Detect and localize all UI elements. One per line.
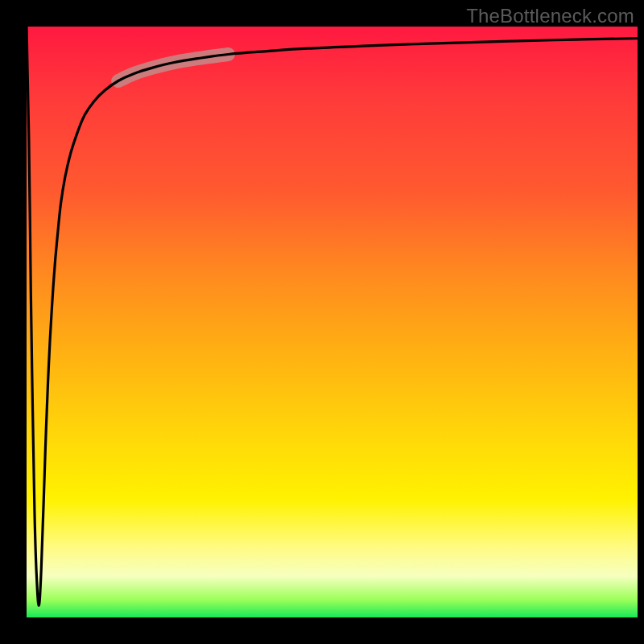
plot-area	[27, 27, 638, 617]
curve-highlight	[118, 55, 229, 81]
curve-svg	[27, 27, 638, 617]
chart-stage: TheBottleneck.com	[0, 0, 644, 644]
attribution-label: TheBottleneck.com	[466, 5, 634, 27]
bottleneck-curve	[27, 27, 638, 605]
